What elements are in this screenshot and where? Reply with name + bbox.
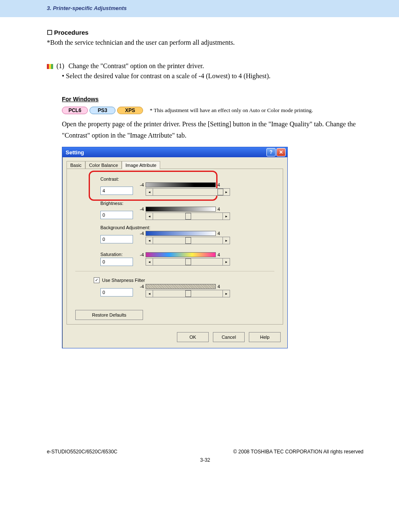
procedures-note: *Both the service technician and the use… [47, 39, 366, 46]
titlebar[interactable]: Setting ? ✕ [62, 147, 287, 157]
saturation-decrease[interactable]: ◂ [146, 258, 153, 266]
dialog-buttons: OK Cancel Help [62, 328, 287, 348]
sharpness-checkbox[interactable]: ✓ [94, 277, 100, 283]
brightness-increase[interactable]: ▸ [223, 212, 230, 220]
footer-copyright: © 2008 TOSHIBA TEC CORPORATION All right… [233, 449, 363, 455]
sharpness-decrease[interactable]: ◂ [146, 290, 153, 297]
saturation-input[interactable] [100, 258, 133, 266]
badge-xps: XPS [117, 107, 143, 114]
sharpness-input[interactable] [100, 288, 133, 297]
ok-button[interactable]: OK [177, 332, 209, 342]
background-slider[interactable] [153, 237, 223, 244]
sharpness-label: Use Sharpness Filter [102, 278, 145, 283]
driver-instructions: Open the property page of the printer dr… [62, 118, 366, 141]
background-decrease[interactable]: ◂ [146, 237, 153, 244]
background-label: Background Adjustment: [100, 225, 274, 230]
step-row: (1) Change the "Contrast" option on the … [47, 62, 366, 70]
tab-panel-image-attribute: Contrast: -4 4 ◂ ▸ [66, 169, 283, 325]
help-button[interactable]: Help [249, 332, 281, 342]
background-gradient [146, 231, 216, 236]
page-footer: e-STUDIO5520C/6520C/6530C © 2008 TOSHIBA… [0, 449, 399, 476]
contrast-slider[interactable] [153, 188, 223, 196]
footer-page-number: 3-32 [47, 457, 363, 463]
step-text: Change the "Contrast" option on the prin… [69, 62, 204, 70]
step-number: (1) [56, 62, 64, 70]
for-windows-heading: For Windows [62, 96, 366, 102]
brightness-decrease[interactable]: ◂ [146, 212, 153, 220]
background-increase[interactable]: ▸ [223, 237, 230, 244]
badge-ps3: PS3 [90, 107, 115, 114]
tab-strip: Basic Color Balance Image Attribute [62, 157, 287, 169]
brightness-input[interactable] [100, 211, 133, 219]
footer-model: e-STUDIO5520C/6520C/6530C [47, 449, 118, 455]
contrast-increase[interactable]: ▸ [223, 188, 230, 196]
help-icon[interactable]: ? [266, 148, 276, 156]
sharpness-increase[interactable]: ▸ [223, 290, 230, 297]
sharpness-slider[interactable] [153, 290, 223, 297]
contrast-decrease[interactable]: ◂ [146, 188, 153, 196]
rgb-icon [47, 64, 53, 69]
step-sub-bullet: • Select the desired value for contrast … [62, 72, 366, 80]
badge-pcl6: PCL6 [62, 107, 88, 114]
saturation-gradient [146, 252, 216, 257]
tab-image-attribute[interactable]: Image Attribute [122, 161, 160, 169]
page-header: 3. Printer-specific Adjustments [0, 0, 399, 17]
setting-dialog: Setting ? ✕ Basic Color Balance Image At… [62, 147, 288, 348]
tab-basic[interactable]: Basic [66, 161, 85, 169]
brightness-gradient [146, 207, 216, 212]
procedures-heading: ☐ Procedures [47, 29, 366, 36]
tab-color-balance[interactable]: Color Balance [85, 161, 122, 169]
restore-defaults-button[interactable]: Restore Defaults [75, 310, 143, 320]
saturation-label: Saturation: [100, 252, 138, 257]
brightness-slider[interactable] [153, 212, 223, 220]
contrast-input[interactable] [100, 187, 133, 195]
brightness-label: Brightness: [100, 201, 274, 206]
separator [75, 271, 274, 271]
dialog-title: Setting [66, 149, 266, 156]
badge-row: PCL6 PS3 XPS * This adjustment will have… [62, 107, 366, 114]
section-title: 3. Printer-specific Adjustments [47, 5, 399, 11]
cancel-button[interactable]: Cancel [213, 332, 245, 342]
background-input[interactable] [100, 235, 133, 243]
close-icon[interactable]: ✕ [276, 148, 286, 156]
saturation-slider[interactable] [153, 258, 223, 266]
contrast-label: Contrast: [100, 176, 274, 182]
sharpness-gradient [146, 284, 216, 289]
contrast-gradient [146, 182, 216, 187]
saturation-increase[interactable]: ▸ [223, 258, 230, 266]
badge-note: * This adjustment will have an effect on… [150, 107, 313, 114]
